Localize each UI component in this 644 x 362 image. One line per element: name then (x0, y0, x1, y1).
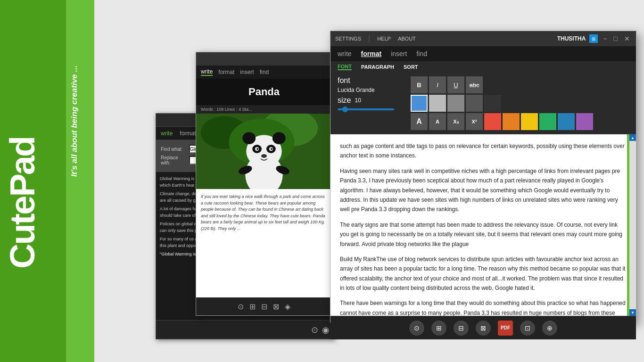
color-btn-red[interactable] (484, 113, 501, 130)
italic-button[interactable]: I (429, 76, 446, 93)
panda-image (196, 114, 332, 189)
wf-settings[interactable]: SETTINGS (335, 36, 361, 41)
wb-menu-write[interactable]: write (161, 130, 173, 137)
wf-sub-sort[interactable]: SORT (404, 64, 418, 70)
window-front-menu: write format insert find (330, 46, 636, 61)
color-btn-lightgray[interactable] (429, 95, 446, 112)
wm-footer-icon4[interactable]: ⊠ (273, 302, 279, 311)
window-front-footer: ⊙ ⊞ ⊟ ⊠ PDF ⊡ ⊕ (330, 316, 636, 339)
wm-footer-icon1[interactable]: ⊙ (238, 302, 244, 311)
window-front-submenu: FONT PARAGRAPH SORT (330, 61, 636, 73)
panda-body: If you are ever taking a nice walk throu… (196, 189, 332, 237)
close-btn[interactable]: ✕ (623, 35, 631, 42)
window-front: SETTINGS | HELP ABOUT THUSITHA ⊞ − □ ✕ w… (330, 31, 636, 323)
window-mid-titlebar (196, 52, 332, 66)
panda-title: Panda (196, 79, 332, 105)
color-btn-yellow[interactable] (521, 113, 538, 130)
wf-menu-write[interactable]: write (338, 50, 352, 58)
bold-button[interactable]: B (411, 76, 428, 93)
wb-footer-icon2[interactable]: ◉ (322, 325, 330, 335)
window-back-footer: ⊙ ◉ (156, 320, 334, 339)
svg-point-12 (256, 148, 258, 150)
wf-menu-find[interactable]: find (416, 50, 427, 58)
footer-new-icon[interactable]: ⊙ (409, 321, 424, 336)
window-front-titlebar: SETTINGS | HELP ABOUT THUSITHA ⊞ − □ ✕ (330, 31, 636, 46)
wm-menu-insert[interactable]: insert (240, 69, 254, 75)
color-btn-active[interactable] (411, 95, 428, 112)
panda-stats: Words : 109 Lines : 4 Sta... (196, 105, 332, 114)
color-btn-purple[interactable] (576, 113, 593, 130)
font-name-value: Lucida Grande (338, 87, 404, 93)
svg-point-6 (242, 132, 256, 144)
wf-menu-format[interactable]: format (361, 50, 382, 58)
wf-username: THUSITHA (557, 35, 586, 42)
format-btn-group1: B I U abc A (411, 76, 561, 130)
wm-footer-icon5[interactable]: ◈ (285, 302, 290, 311)
find-label: Find what: (161, 147, 187, 152)
svg-point-7 (272, 132, 286, 144)
color-btn-darkgray[interactable] (466, 95, 483, 112)
svg-point-13 (271, 148, 272, 150)
a-small-button[interactable]: A (429, 113, 446, 130)
font-label: font (338, 76, 404, 85)
color-btn-orange[interactable] (503, 113, 520, 130)
superscript-button[interactable]: X² (466, 113, 483, 130)
scroll-up-btn[interactable]: ▲ (629, 134, 636, 141)
a-big-button[interactable]: A (411, 113, 428, 130)
size-value: 10 (355, 97, 361, 104)
replace-label: Replace with: (161, 155, 187, 165)
wf-sub-font[interactable]: FONT (338, 64, 352, 70)
accent-bar (627, 134, 629, 316)
color-btn-blue[interactable] (558, 113, 575, 130)
wb-footer-icon1[interactable]: ⊙ (311, 325, 318, 335)
wm-footer-icon3[interactable]: ⊟ (261, 302, 267, 311)
color-btn-dark[interactable] (484, 95, 501, 112)
footer-print-icon[interactable]: ⊡ (520, 321, 535, 336)
scrollbar[interactable]: ▲ ▼ (629, 134, 636, 316)
window-mid-menu: write format insert find (196, 66, 332, 79)
format-toolbar: font Lucida Grande size 10 B I U abc (330, 73, 636, 134)
wf-menu-insert[interactable]: insert (391, 50, 407, 58)
wf-help[interactable]: HELP (377, 36, 391, 41)
color-btn-gray[interactable] (447, 95, 464, 112)
color-btn-green[interactable] (539, 113, 556, 130)
window-mid-footer: ⊙ ⊞ ⊟ ⊠ ◈ (196, 297, 332, 315)
sidebar-tagline: It's all about being creative ... (70, 26, 79, 177)
footer-find-icon[interactable]: ⊕ (542, 321, 557, 336)
scroll-down-btn[interactable]: ▼ (629, 309, 636, 316)
app-title: CutePad (7, 24, 39, 269)
wm-footer-icon2[interactable]: ⊞ (249, 302, 256, 311)
underline-button[interactable]: U (447, 76, 464, 93)
minimize-btn[interactable]: − (602, 35, 608, 42)
wm-menu-find[interactable]: find (260, 69, 269, 75)
wf-sub-paragraph[interactable]: PARAGRAPH (361, 64, 394, 70)
size-label: size (338, 96, 351, 105)
footer-saveas-icon[interactable]: ⊠ (476, 321, 491, 336)
wb-menu-format[interactable]: format (180, 130, 196, 137)
article-area: such as page content and title tags to p… (330, 134, 636, 316)
windows-logo-btn[interactable]: ⊞ (589, 34, 598, 43)
wf-about[interactable]: ABOUT (398, 36, 416, 41)
subscript-button[interactable]: X₂ (447, 113, 464, 130)
wm-menu-write[interactable]: write (201, 68, 213, 76)
window-mid: write format insert find Panda Words : 1… (196, 52, 332, 316)
footer-pdf-icon[interactable]: PDF (498, 321, 513, 336)
svg-point-14 (261, 154, 267, 158)
footer-open-icon[interactable]: ⊞ (431, 321, 446, 336)
article-content[interactable]: such as page content and title tags to p… (330, 134, 636, 316)
footer-save-icon[interactable]: ⊟ (454, 321, 469, 336)
strikethrough-button[interactable]: abc (466, 76, 483, 93)
maximize-btn[interactable]: □ (612, 35, 619, 42)
size-slider[interactable] (338, 108, 394, 110)
wm-menu-format[interactable]: format (218, 69, 234, 75)
